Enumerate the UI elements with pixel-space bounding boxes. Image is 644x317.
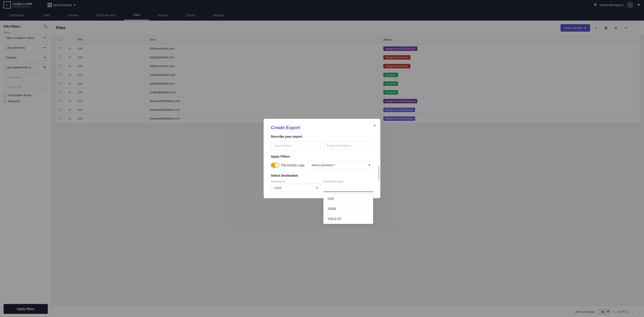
file-activity-label: File Activity Logs [281, 163, 304, 167]
format-option-yolo[interactable]: YOLO V5 [324, 214, 373, 224]
modal-title: Create Export [271, 125, 373, 130]
download-format-group: Download Format CSV JSON YOLO V5 [323, 180, 373, 192]
create-export-modal: × Create Export Describe your export App… [264, 119, 380, 198]
format-input[interactable] [323, 184, 373, 192]
describe-section-label: Describe your export [271, 135, 373, 138]
format-option-csv[interactable]: CSV [324, 194, 373, 204]
destination-row: Download To Local Download Format CSV JS… [271, 180, 373, 192]
modal-scroll-indicator [378, 166, 380, 180]
download-format-label: Download Format [323, 180, 373, 183]
file-activity-toggle[interactable] [271, 163, 279, 168]
select-questions-dropdown[interactable]: Select Questions * [308, 161, 373, 169]
modal-close-btn[interactable]: × [373, 123, 376, 128]
export-name-input[interactable] [271, 141, 321, 150]
toggle-knob [275, 163, 279, 167]
select-destination-label: Select Destination [271, 174, 373, 177]
filter-row: File Activity Logs Select Questions * [271, 161, 373, 169]
export-description-input[interactable] [323, 141, 373, 150]
download-to-group: Download To Local [271, 180, 321, 192]
toggle-container: File Activity Logs [271, 163, 304, 168]
format-option-json[interactable]: JSON [324, 204, 373, 214]
apply-filters-section-label: Apply Filters [271, 155, 373, 158]
download-to-label: Download To [271, 180, 321, 183]
modal-overlay[interactable]: × Create Export Describe your export App… [0, 0, 644, 317]
format-dropdown: CSV JSON YOLO V5 [323, 194, 373, 224]
download-to-select[interactable]: Local [271, 184, 321, 192]
describe-form-row [271, 141, 373, 150]
